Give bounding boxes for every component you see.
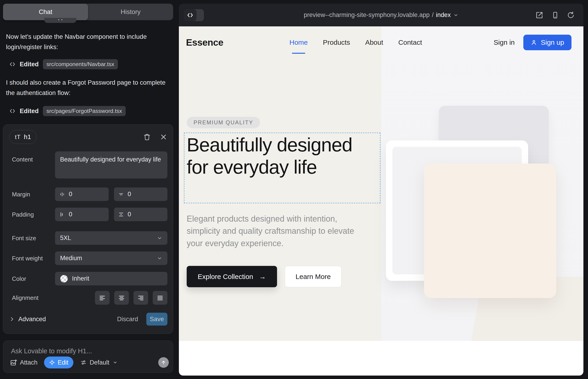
chevron-down-icon (157, 255, 162, 261)
site-viewport: Essence Home Products About Contact Sign… (179, 26, 583, 376)
close-icon[interactable] (160, 134, 167, 141)
url-host: preview--charming-site-symphony.lovable.… (304, 12, 430, 19)
padding-x-input[interactable]: 0 (55, 208, 109, 221)
premium-quality-badge: PREMIUM QUALITY (187, 117, 260, 128)
chrome-actions (535, 4, 575, 26)
chevron-down-icon (157, 235, 162, 241)
type-icon: tT (15, 134, 21, 141)
color-label: Color (12, 275, 26, 282)
auth-actions: Sign in Sign up (494, 26, 572, 59)
edited-file-chip[interactable]: src/components/Navbar.tsx (43, 59, 118, 69)
padding-y-icon (118, 211, 124, 218)
font-size-row: Font size 5XL (9, 231, 167, 245)
nav-link-products[interactable]: Products (323, 39, 350, 46)
attach-button[interactable]: Attach (10, 359, 38, 366)
tab-history[interactable]: History (88, 4, 173, 20)
chat-history-tabbar: Chat History (3, 4, 173, 20)
chat-message: I should also create a Forgot Password p… (6, 78, 167, 98)
url-page: index (436, 12, 451, 19)
scrolled-chip (44, 18, 76, 23)
learn-more-button[interactable]: Learn More (285, 266, 341, 287)
hero-paragraph: Elegant products designed with intention… (187, 213, 370, 249)
align-left-icon (99, 294, 106, 301)
font-size-select[interactable]: 5XL (55, 231, 167, 245)
code-icon (9, 61, 15, 67)
color-row: Color Inherit (9, 272, 167, 285)
preview-browser: preview--charming-site-symphony.lovable.… (179, 4, 583, 376)
padding-y-input[interactable]: 0 (114, 208, 168, 221)
arrow-up-icon (161, 360, 166, 365)
color-select[interactable]: Inherit (55, 272, 167, 285)
refresh-icon[interactable] (567, 11, 575, 19)
save-button[interactable]: Save (146, 313, 167, 326)
element-tag-label: h1 (24, 133, 31, 141)
align-left-button[interactable] (95, 291, 110, 305)
discard-button[interactable]: Discard (117, 316, 138, 323)
color-swatch (60, 275, 68, 283)
element-editor-panel: tT h1 Content Beautifully designed for e… (3, 124, 173, 334)
editor-footer: Advanced Discard Save (9, 312, 167, 326)
browser-chrome: preview--charming-site-symphony.lovable.… (179, 4, 583, 26)
selected-element-chip[interactable]: tT h1 (9, 130, 37, 144)
hero-cta-row: Explore Collection → Learn More (187, 266, 341, 287)
sign-up-button[interactable]: Sign up (523, 35, 572, 50)
content-input[interactable]: Beautifully designed for everyday life (55, 151, 167, 178)
nav-link-home[interactable]: Home (289, 39, 308, 46)
align-justify-button[interactable] (153, 291, 167, 305)
font-weight-select[interactable]: Medium (55, 252, 167, 265)
margin-y-input[interactable]: 0 (114, 188, 168, 201)
align-right-button[interactable] (134, 291, 148, 305)
sliders-icon (80, 359, 87, 366)
alignment-label: Alignment (12, 294, 39, 301)
edited-file-row: Edited src/pages/ForgotPassword.tsx (9, 106, 126, 116)
edited-file-row: Edited src/components/Navbar.tsx (9, 59, 118, 69)
default-mode-button[interactable]: Default (80, 359, 117, 366)
margin-row: Margin 0 0 (9, 188, 167, 201)
align-center-button[interactable] (114, 291, 129, 305)
advanced-toggle[interactable]: Advanced (9, 316, 46, 323)
edited-label: Edited (20, 108, 39, 115)
send-button[interactable] (158, 357, 169, 368)
chevron-down-icon (113, 360, 117, 365)
padding-x-icon (59, 211, 65, 218)
align-justify-icon (157, 294, 164, 301)
open-external-icon[interactable] (535, 11, 543, 19)
mobile-view-icon[interactable] (551, 11, 559, 19)
alignment-row: Alignment (9, 291, 167, 305)
nav-link-about[interactable]: About (365, 39, 383, 46)
content-row: Content Beautifully designed for everyda… (9, 151, 167, 178)
site-navbar: Essence Home Products About Contact Sign… (179, 26, 583, 59)
code-icon (9, 108, 15, 114)
editor-header: tT h1 (9, 130, 167, 144)
font-weight-row: Font weight Medium (9, 252, 167, 265)
app-root: Chat History Now let's update the Navbar… (0, 0, 588, 379)
font-weight-label: Font weight (12, 255, 43, 262)
nav-link-contact[interactable]: Contact (398, 39, 422, 46)
user-icon (531, 39, 537, 46)
margin-x-input[interactable]: 0 (55, 188, 109, 201)
site-logo[interactable]: Essence (186, 26, 223, 59)
edited-label: Edited (20, 61, 39, 68)
margin-label: Margin (12, 191, 30, 198)
edited-file-chip[interactable]: src/pages/ForgotPassword.tsx (43, 106, 126, 116)
composer-input[interactable] (11, 346, 165, 356)
margin-x-icon (59, 191, 65, 197)
edit-mode-button[interactable]: Edit (44, 357, 74, 368)
content-label: Content (12, 156, 33, 163)
arrow-right-icon: → (259, 273, 266, 281)
target-icon (49, 360, 55, 365)
align-right-icon (137, 294, 144, 301)
sign-in-link[interactable]: Sign in (494, 39, 515, 46)
hero-heading[interactable]: Beautifully designed for everyday life (187, 134, 377, 178)
url-separator: / (432, 12, 434, 19)
delete-element-icon[interactable] (144, 134, 150, 141)
chevron-right-icon (9, 316, 15, 322)
explore-collection-button[interactable]: Explore Collection → (187, 266, 277, 287)
composer-toolbar: Attach Edit Default (10, 356, 169, 369)
url-bar[interactable]: preview--charming-site-symphony.lovable.… (179, 4, 583, 26)
font-size-label: Font size (12, 235, 36, 242)
decor-card-beige (424, 164, 556, 298)
chat-sidebar: Chat History Now let's update the Navbar… (0, 0, 179, 379)
chat-composer: Attach Edit Default (3, 340, 173, 373)
attach-image-icon (10, 359, 17, 366)
